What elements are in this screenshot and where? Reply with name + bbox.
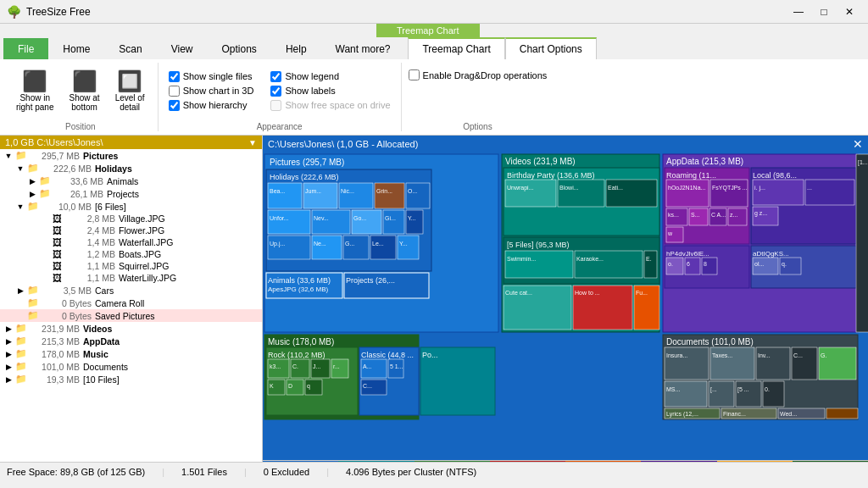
tm-5[interactable] [736,381,761,407]
tm-doc-extra[interactable] [826,408,858,419]
show-free-space-item[interactable]: Show free space on drive [270,100,390,111]
tree-item-holidays[interactable]: ▼ 📁 222,6 MB Holidays [0,162,262,175]
tm-unwrap[interactable] [505,180,556,207]
tm-grin[interactable] [375,183,404,208]
tm-swimmin[interactable] [505,251,573,278]
expand-videos-arrow[interactable]: ▶ [3,324,14,333]
expand-animals-arrow[interactable]: ▶ [27,177,37,186]
tab-chart-options[interactable]: Chart Options [505,37,597,59]
tree-item-village[interactable]: 🖼 2,8 MB Village.JPG [0,213,262,225]
tm-g2[interactable] [343,236,369,259]
tree-item-squirrel[interactable]: 🖼 1,1 MB Squirrel.JPG [0,260,262,272]
tm-gi[interactable] [383,210,404,234]
tab-file[interactable]: File [3,38,48,59]
show-single-files-checkbox[interactable] [169,71,180,82]
tm-eati[interactable] [606,180,657,207]
tm-nic[interactable] [339,183,373,208]
show-legend-checkbox[interactable] [270,71,281,82]
expand-documents-arrow[interactable]: ▶ [3,363,14,371]
show-chart-3d-checkbox[interactable] [169,86,180,97]
expand-projects-arrow[interactable]: ▶ [27,190,37,198]
status-excluded: 0 Excluded [264,467,309,477]
show-single-files-item[interactable]: Show single files [169,71,254,82]
tree-item-documents[interactable]: ▶ 📁 101,0 MB Documents [0,360,262,373]
expand-music-arrow[interactable]: ▶ [3,350,14,358]
tm-y[interactable] [406,210,423,234]
tree-item-pictures[interactable]: ▼ 📁 295,7 MB Pictures [0,149,262,162]
tm-nev[interactable] [312,210,350,234]
tab-options[interactable]: Options [208,38,271,59]
show-right-pane-button[interactable]: ⬛ Show inright pane [10,65,59,116]
tab-want-more[interactable]: Want more? [321,38,405,59]
tm-brack[interactable] [709,381,734,407]
videos-name: Videos [83,324,112,334]
expand-6files-arrow[interactable]: ▼ [15,202,25,211]
show-bottom-button[interactable]: ⬛ Show atbottom [63,65,105,116]
enable-dragdrop-checkbox[interactable] [409,69,420,80]
tm-hoojn[interactable] [666,180,709,207]
tree-item-music[interactable]: ▶ 📁 178,0 MB Music [0,347,262,360]
cars-name: Cars [95,286,114,296]
enable-dragdrop-item[interactable]: Enable Drag&Drop operations [409,69,548,80]
expand-10files-arrow[interactable]: ▶ [3,375,14,384]
expand-holidays-arrow[interactable]: ▼ [15,164,25,173]
tm-ne[interactable] [312,236,342,259]
tm-le[interactable] [370,236,396,259]
tree-item-6files[interactable]: ▼ 📁 10,0 MB [6 Files] [0,200,262,213]
tree-item-boats[interactable]: 🖼 1,2 MB Boats.JPG [0,248,262,260]
tm-ms[interactable] [665,381,707,407]
show-legend-item[interactable]: Show legend [270,71,390,82]
close-button[interactable]: ✕ [837,3,861,21]
expand-appdata-arrow[interactable]: ▶ [3,337,14,346]
tab-help[interactable]: Help [271,38,321,59]
tm-blowi[interactable] [558,180,604,207]
tab-view[interactable]: View [157,38,208,59]
tm-fsyqt[interactable] [710,180,748,207]
expand-pictures-arrow[interactable]: ▼ [3,152,14,160]
treemap-body[interactable]: Pictures (295,7 MB) Holidays (222,6 MB) … [263,152,868,460]
show-hierarchy-item[interactable]: Show hierarchy [169,100,254,111]
tab-home[interactable]: Home [48,38,104,59]
tab-treemap-chart[interactable]: Treemap Chart [408,37,504,59]
tree-item-savedpictures[interactable]: 📁 0 Bytes Saved Pictures [0,309,262,322]
tree-item-waterlilly[interactable]: 🖼 1,1 MB WaterLilly.JPG [0,272,262,284]
minimize-button[interactable]: — [787,3,810,21]
tab-scan[interactable]: Scan [104,38,156,59]
savedpictures-name: Saved Pictures [95,311,155,321]
tree-item-flower[interactable]: 🖼 2,4 MB Flower.JPG [0,225,262,236]
tree-item-cars[interactable]: ▶ 📁 3,5 MB Cars [0,284,262,297]
tm-bea[interactable] [268,183,302,208]
tm-jum[interactable] [303,183,337,208]
tree-item-appdata[interactable]: ▶ 📁 215,3 MB AppData [0,335,262,347]
tm-karaoke[interactable] [575,251,643,278]
level-of-detail-button[interactable]: 🔲 Level ofdetail [109,65,151,116]
file-waterfall-icon: 🖼 [51,237,63,247]
tree-item-10files[interactable]: ▶ 📁 19,3 MB [10 Files] [0,373,262,385]
tm-go[interactable] [352,210,381,234]
show-chart-3d-item[interactable]: Show chart in 3D [169,86,254,97]
tm-unfor[interactable] [268,210,310,234]
expand-cars-arrow[interactable]: ▶ [15,286,25,295]
tree-item-videos[interactable]: ▶ 📁 231,9 MB Videos [0,322,262,335]
tm-local2[interactable] [805,180,854,205]
tm-y2[interactable] [398,236,419,259]
tm-0[interactable] [763,381,784,407]
treemap-close-button[interactable]: ✕ [853,137,863,151]
tree-item-projects[interactable]: ▶ 📁 26,1 MB Projects [0,187,262,200]
village-name: Village.JPG [119,214,165,224]
show-labels-item[interactable]: Show labels [270,86,390,97]
tm-local1[interactable] [753,180,804,205]
tm-1files[interactable] [856,154,868,332]
svg-text:Financ...: Financ... [723,411,746,417]
tree-item-cameraroll[interactable]: 📁 0 Bytes Camera Roll [0,297,262,309]
maximize-button[interactable]: □ [812,3,836,21]
tree-item-animals[interactable]: ▶ 📁 33,6 MB Animals [0,175,262,187]
tree-item-waterfall[interactable]: 🖼 1,4 MB Waterfall.JPG [0,236,262,248]
show-hierarchy-checkbox[interactable] [169,100,180,111]
show-labels-checkbox[interactable] [270,86,281,97]
tm-upj[interactable] [268,236,310,259]
show-free-space-checkbox[interactable] [270,100,281,111]
pictures-size: 295,7 MB [29,151,80,161]
tm-e[interactable] [644,251,657,278]
tm-o[interactable] [406,183,430,208]
